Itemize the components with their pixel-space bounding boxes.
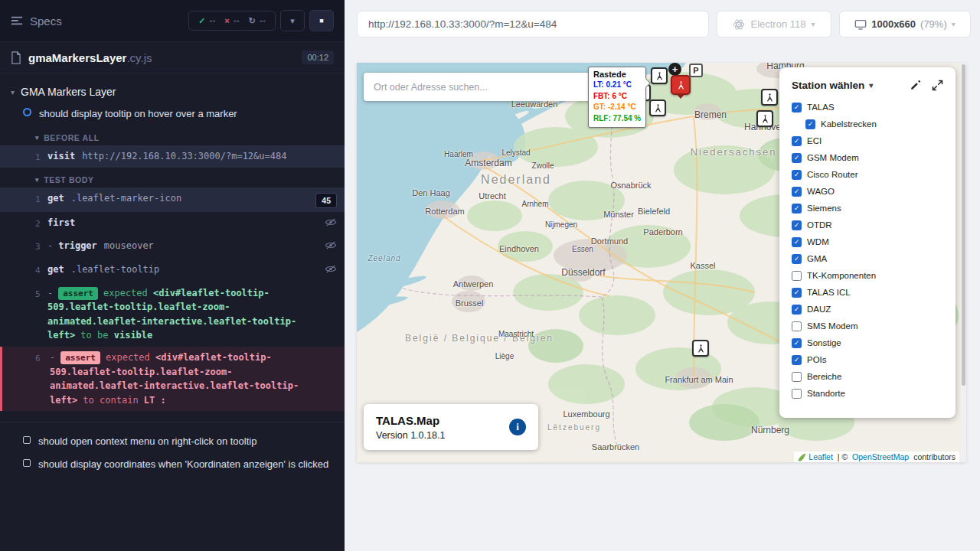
layer-item[interactable]: ✓GSM Modem [779,149,956,166]
command-body: -assertexpected <div#leaflet-tooltip-509… [47,286,317,343]
command-extras [317,239,337,255]
map-label: Essen [572,245,593,253]
layer-checkbox[interactable]: ✓ [792,170,802,180]
layer-checkbox[interactable]: ✓ [792,136,802,146]
layer-label: WAGO [807,187,835,196]
layer-checkbox[interactable]: ✓ [792,103,802,112]
hidden-output-icon [325,264,337,279]
layer-item[interactable]: TK-Komponenten [779,267,956,284]
station-marker[interactable] [756,110,773,127]
map-label: Lëtzebuerg [547,423,601,432]
viewport-info[interactable]: 1000x660 (79%) ▾ [839,11,971,37]
reporter-header: Specs ✓--×--↻-- ▾ ■ [0,0,345,42]
map-app-title: TALAS.Map [376,414,445,427]
layer-checkbox[interactable]: ✓ [792,355,802,365]
layer-item[interactable]: ✓Siemens [779,200,956,217]
command-args: http://192.168.10.33:3000/?m=12&u=484 [82,151,286,161]
marker-tooltip: Rastede LT: 0.21 °CFBT: 6 °CGT: -2.14 °C… [588,67,646,128]
layer-item[interactable]: ✓WDM [779,233,956,250]
edit-icon[interactable] [910,80,921,91]
test-body-header[interactable]: ▾ TEST BODY [0,168,345,187]
suite-title[interactable]: ▾ GMA Markers Layer [0,81,345,103]
active-marker[interactable] [671,75,691,95]
url-input[interactable] [357,11,709,37]
layer-item[interactable]: ✓WAGO [779,183,956,200]
map-scrollbar[interactable] [961,63,966,462]
specs-button[interactable]: Specs [11,15,62,28]
layer-list: ✓TALAS✓Kabelstrecken✓ECI✓GSM Modem✓Cisco… [779,99,956,402]
layer-item[interactable]: ✓Kabelstrecken [779,116,956,132]
layer-checkbox[interactable]: ✓ [792,237,802,247]
spec-name: gmaMarkersLayer.cy.js [28,51,295,64]
layer-checkbox[interactable] [792,321,802,331]
layer-checkbox[interactable]: ✓ [792,187,802,197]
command-number: 3 [0,239,47,253]
parking-marker[interactable]: P [689,64,703,77]
test-title-pending[interactable]: should open context menu on right-click … [0,430,345,453]
chevron-down-icon: ▾ [952,20,956,28]
test-title-pending[interactable]: should display coordinates when 'Koordin… [0,453,345,476]
info-icon[interactable]: i [509,419,526,435]
command-row[interactable]: 1visithttp://192.168.10.33:3000/?m=12&u=… [0,145,345,168]
collapse-tests-button[interactable]: ▾ [280,10,305,31]
command-row[interactable]: 6-assertexpected <div#leaflet-tooltip-50… [0,347,345,411]
stat-value: -- [209,15,215,26]
layer-item[interactable]: ✓DAUZ [779,301,956,318]
map-search-input[interactable] [364,73,592,101]
layer-checkbox[interactable]: ✓ [792,338,802,348]
map-label: Utrecht [479,191,505,201]
before-all-header[interactable]: ▾ BEFORE ALL [0,126,345,145]
station-marker[interactable] [651,67,668,84]
add-control-icon[interactable]: + [668,63,681,76]
station-select[interactable]: Station wählen ▾ [792,80,873,91]
layer-checkbox[interactable]: ✓ [792,254,802,264]
layer-checkbox[interactable]: ✓ [792,220,802,230]
test-label: should display coordinates when 'Koordin… [38,458,328,471]
layer-checkbox[interactable]: ✓ [792,204,802,214]
expand-icon[interactable] [932,80,943,91]
map-label: Maastricht [498,330,534,338]
layer-checkbox[interactable]: ✓ [805,119,815,129]
layer-item[interactable]: ✓ECI [779,132,956,149]
layer-checkbox[interactable] [792,271,802,281]
command-row[interactable]: 1get.leaflet-marker-icon45 [0,187,345,212]
layer-item[interactable]: ✓POIs [779,351,956,368]
layer-item[interactable]: ✓TALAS [779,99,956,116]
station-marker[interactable] [692,340,709,357]
scrollbar-thumb[interactable] [962,64,965,386]
layer-checkbox[interactable]: ✓ [792,305,802,315]
refresh-icon: ↻ [249,16,256,26]
browser-selector[interactable]: Electron 118 ▾ [717,11,831,37]
layer-item[interactable]: ✓TALAS ICL [779,284,956,301]
layer-checkbox[interactable]: ✓ [792,153,802,163]
layer-item[interactable]: Bereiche [779,368,956,385]
command-row[interactable]: 5-assertexpected <div#leaflet-tooltip-50… [0,282,345,347]
layer-checkbox[interactable] [792,372,802,382]
layer-label: DAUZ [807,305,831,314]
map-info-box: TALAS.Map Version 1.0.18.1 i [364,404,538,450]
leaflet-link[interactable]: Leaflet [808,452,833,461]
command-method: get [47,193,64,204]
stop-button[interactable]: ■ [309,10,334,31]
cypress-reporter: Specs ✓--×--↻-- ▾ ■ gmaMarkersLayer.cy.j… [0,0,345,551]
layer-item[interactable]: Standorte [779,385,956,402]
command-row[interactable]: 3-triggermouseover [0,235,345,259]
map-label: Eindhoven [499,244,539,253]
station-marker[interactable] [761,89,778,106]
layer-item[interactable]: ✓OTDR [779,217,956,233]
check-icon: ✓ [198,16,205,26]
command-body: get.leaflet-marker-icon [47,191,315,206]
spec-row[interactable]: gmaMarkersLayer.cy.js 00:12 [0,42,345,73]
assert-text: to be [80,330,108,341]
layer-checkbox[interactable]: ✓ [792,288,802,298]
osm-link[interactable]: OpenStreetMap [852,452,909,461]
station-marker[interactable] [649,99,666,116]
test-title-active[interactable]: should display tooltip on hover over a m… [0,103,345,126]
layer-item[interactable]: SMS Modem [779,318,956,334]
layer-checkbox[interactable] [792,389,802,399]
command-row[interactable]: 4get.leaflet-tooltip [0,259,345,282]
layer-item[interactable]: ✓GMA [779,250,956,267]
layer-item[interactable]: ✓Cisco Router [779,166,956,183]
command-row[interactable]: 2first [0,212,345,236]
layer-item[interactable]: ✓Sonstige [779,334,956,351]
